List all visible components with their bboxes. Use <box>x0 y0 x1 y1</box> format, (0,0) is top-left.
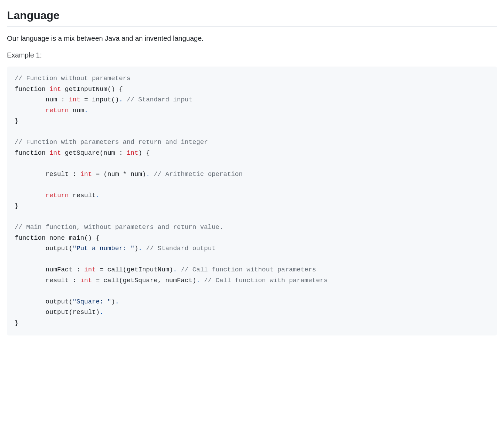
code-token: // Standard output <box>146 245 216 252</box>
code-token: . <box>119 96 123 103</box>
code-token: int <box>49 149 61 157</box>
code-token: // Function without parameters <box>15 75 131 82</box>
example-label: Example 1: <box>7 50 497 60</box>
code-token: . <box>115 298 119 306</box>
code-example-1: // Function without parameters function … <box>7 67 497 335</box>
code-token: int <box>49 86 61 93</box>
code-token: // Call function with parameters <box>204 277 328 284</box>
code-token: . <box>84 107 88 114</box>
code-token: int <box>127 149 138 157</box>
code-token: . <box>196 277 200 284</box>
intro-paragraph: Our language is a mix between Java and a… <box>7 33 497 44</box>
code-token: . <box>146 171 150 178</box>
code-token: "Put a number: " <box>73 245 135 252</box>
code-token: int <box>84 266 96 273</box>
code-token: // Arithmetic operation <box>154 171 243 178</box>
code-token: int <box>69 96 80 103</box>
code-token: return <box>46 107 69 114</box>
code-token: . <box>173 266 177 273</box>
code-token: . <box>96 192 100 199</box>
section-heading: Language <box>7 7 497 27</box>
code-token: // Standard input <box>127 96 192 103</box>
code-token: // Function with parameters and return a… <box>15 139 208 146</box>
code-token: . <box>138 245 142 252</box>
code-token: . <box>100 309 103 316</box>
code-token: int <box>80 171 92 178</box>
code-token: int <box>80 277 92 284</box>
code-token: return <box>46 192 69 199</box>
code-token: // Call function without parameters <box>181 266 316 273</box>
code-token: "Square: " <box>73 298 111 306</box>
code-token: // Main function, without parameters and… <box>15 224 223 231</box>
